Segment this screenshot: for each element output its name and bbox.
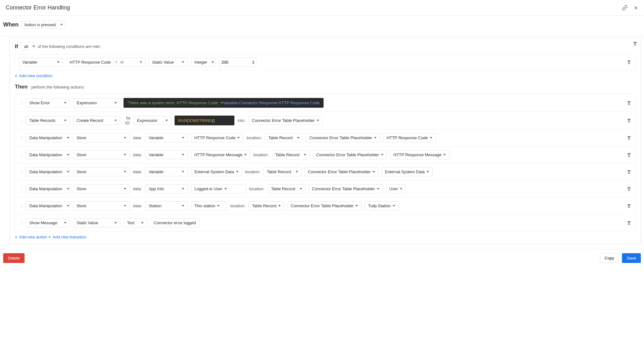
data-kind-dropdown[interactable]: Station — [145, 201, 188, 210]
data-kind-dropdown[interactable]: Variable — [145, 133, 188, 142]
delete-condition-icon[interactable] — [627, 60, 631, 65]
delete-action-icon[interactable] — [627, 152, 631, 157]
chevron-down-icon — [67, 137, 69, 139]
save-button[interactable]: Save — [622, 253, 641, 263]
location-table-dropdown[interactable]: Connector Error Table Placeholder — [308, 184, 382, 193]
add-transition-link[interactable]: +Add new transition — [48, 235, 86, 239]
data-value-dropdown[interactable]: External System Data — [191, 167, 242, 176]
delete-action-icon[interactable] — [627, 100, 631, 105]
condition-rhs-kind-dropdown[interactable]: Integer — [191, 58, 216, 67]
data-value-dropdown[interactable]: HTTP Response Message — [191, 150, 250, 159]
condition-value-input[interactable] — [219, 58, 256, 67]
location-kind-dropdown[interactable]: Table Record — [249, 201, 284, 210]
action-type-dropdown[interactable]: Data Manipulation — [26, 184, 70, 193]
location-table-dropdown[interactable]: Connector Error Table Placeholder — [306, 133, 380, 142]
data-kind-dropdown[interactable]: Variable — [145, 167, 188, 176]
when-label: When — [3, 21, 19, 28]
location-field-dropdown[interactable]: External System Data — [382, 167, 433, 176]
action-type-dropdown[interactable]: Show Message — [26, 218, 70, 227]
chevron-down-icon — [124, 154, 126, 156]
chevron-down-icon — [64, 102, 66, 104]
action-mode-dropdown[interactable]: Store — [73, 184, 130, 193]
chevron-down-icon — [165, 120, 168, 121]
location-field-dropdown[interactable]: HTTP Response Message — [390, 150, 449, 159]
location-kind-dropdown[interactable]: Table Record — [267, 184, 305, 193]
delete-rule-icon[interactable] — [633, 41, 637, 46]
action-mode-dropdown[interactable]: Static Value — [73, 218, 120, 227]
data-label: data: — [133, 152, 142, 157]
location-kind-dropdown[interactable]: Table Record — [263, 167, 301, 176]
then-header: Then perform the following actions: — [15, 84, 635, 90]
location-label: location: — [230, 203, 245, 208]
chevron-down-icon — [67, 205, 69, 207]
action-mode-dropdown[interactable]: Store — [73, 150, 130, 159]
when-trigger-dropdown[interactable]: button is pressed — [22, 21, 66, 29]
action-mode-dropdown[interactable]: Create Record — [73, 116, 120, 125]
chevron-down-icon — [182, 154, 184, 156]
location-table-dropdown[interactable]: Connector Error Table Placeholder — [304, 167, 378, 176]
action-mode-dropdown[interactable]: Store — [73, 167, 130, 176]
data-kind-dropdown[interactable]: Variable — [145, 150, 188, 159]
copy-button[interactable]: Copy — [600, 253, 619, 263]
chevron-down-icon — [278, 205, 281, 207]
action-type-dropdown[interactable]: Data Manipulation — [26, 150, 70, 159]
id-mode-dropdown[interactable]: Expression — [134, 116, 171, 125]
action-mode-dropdown[interactable]: Expression — [73, 98, 120, 107]
action-mode-dropdown[interactable]: Store — [73, 133, 130, 142]
text-kind-dropdown[interactable]: Text — [124, 218, 147, 227]
delete-action-icon[interactable] — [627, 203, 631, 208]
expression-input[interactable]: RANDOMSTRING() — [175, 116, 234, 125]
into-target-dropdown[interactable]: Connector Error Table Placeholder — [249, 116, 323, 125]
location-table-dropdown[interactable]: Connector Error Table Placeholder — [287, 201, 361, 210]
drag-handle-icon[interactable]: ⋮⋮ — [20, 118, 23, 123]
drag-handle-icon[interactable]: ⋮⋮ — [20, 135, 23, 140]
location-field-dropdown[interactable]: Tulip Station — [365, 201, 399, 210]
condition-left-dropdown[interactable]: Variable — [19, 58, 63, 67]
add-condition-link[interactable]: +Add new condition — [15, 73, 53, 78]
add-action-link[interactable]: +Add new action — [15, 235, 47, 239]
action-type-dropdown[interactable]: Data Manipulation — [26, 133, 70, 142]
delete-action-icon[interactable] — [627, 169, 631, 174]
delete-action-icon[interactable] — [627, 220, 631, 225]
if-quantifier-dropdown[interactable]: all — [21, 43, 34, 50]
location-kind-dropdown[interactable]: Table Record — [265, 133, 303, 142]
delete-button[interactable]: Delete — [3, 253, 25, 263]
chevron-down-icon — [427, 171, 429, 173]
delete-action-icon[interactable] — [627, 186, 631, 191]
drag-handle-icon[interactable]: ⋮⋮ — [20, 186, 23, 191]
location-field-dropdown[interactable]: HTTP Response Code — [383, 133, 436, 142]
chevron-down-icon — [114, 222, 117, 224]
chevron-down-icon — [182, 61, 184, 63]
condition-field-dropdown[interactable]: HTTP Response Code — [66, 58, 113, 67]
action-type-dropdown[interactable]: Data Manipulation — [26, 167, 70, 176]
delete-action-icon[interactable] — [627, 118, 631, 123]
drag-handle-icon[interactable]: ⋮⋮ — [20, 220, 23, 226]
action-type-dropdown[interactable]: Data Manipulation — [26, 201, 70, 210]
when-trigger-value: button is pressed — [25, 22, 56, 27]
data-value-dropdown[interactable]: HTTP Response Code — [191, 133, 244, 142]
drag-handle-icon[interactable]: ⋮⋮ — [20, 203, 23, 208]
drag-handle-icon[interactable]: ⋮⋮ — [20, 152, 23, 157]
action-type-dropdown[interactable]: Table Records — [26, 116, 70, 125]
action-row: ⋮⋮ Data Manipulation Store data: Variabl… — [15, 146, 635, 163]
data-value-dropdown[interactable]: Logged-in User — [191, 184, 246, 193]
drag-handle-icon[interactable]: ⋮⋮ — [20, 169, 23, 174]
delete-action-icon[interactable] — [627, 135, 631, 140]
condition-op-dropdown[interactable]: =/ — [117, 58, 146, 67]
condition-rhs-type-dropdown[interactable]: Static Value — [149, 58, 188, 67]
location-field-dropdown[interactable]: User — [386, 184, 406, 193]
action-type-dropdown[interactable]: Show Error — [26, 98, 70, 107]
link-icon[interactable] — [622, 5, 628, 11]
action-mode-dropdown[interactable]: Store — [73, 201, 130, 210]
chevron-down-icon — [296, 171, 298, 173]
location-kind-dropdown[interactable]: Table Record — [272, 150, 310, 159]
close-icon[interactable] — [633, 5, 638, 10]
data-value-dropdown[interactable]: This station — [191, 201, 227, 210]
data-kind-dropdown[interactable]: App Info — [145, 184, 188, 193]
expression-input[interactable]: 'There was a system error. HTTP Response… — [124, 98, 324, 108]
location-table-dropdown[interactable]: Connector Error Table Placeholder — [313, 150, 387, 159]
message-text-input[interactable]: Connector error logged — [150, 218, 199, 227]
drag-handle-icon[interactable]: ⋮⋮ — [20, 100, 23, 106]
chevron-down-icon — [236, 171, 239, 173]
number-stepper[interactable] — [252, 60, 255, 64]
